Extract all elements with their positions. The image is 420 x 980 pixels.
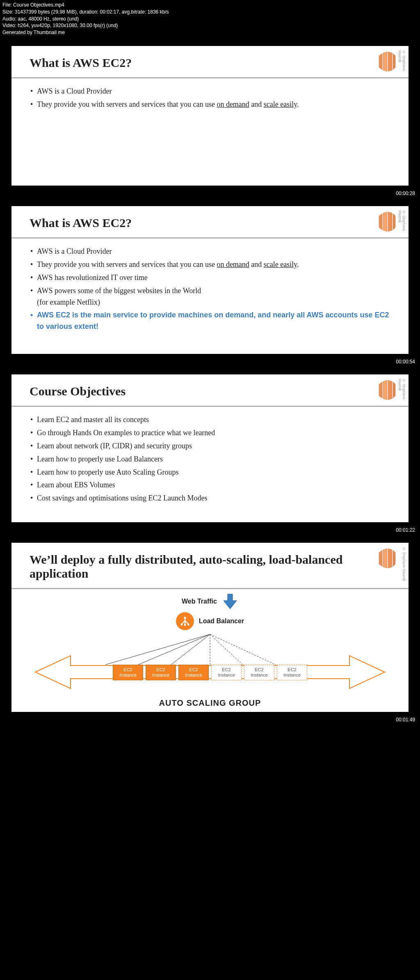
bullet-item: Learn EC2 and master all its concepts bbox=[30, 414, 390, 426]
instance-label-2: Instance bbox=[218, 672, 235, 678]
ec2-instance-box: EC2 Instance bbox=[113, 665, 143, 680]
meta-video: Video: h264, yuv420p, 1920x1080, 30.00 f… bbox=[2, 22, 418, 29]
copyright-text: © Stephane Maarek bbox=[398, 210, 406, 237]
svg-line-5 bbox=[210, 634, 276, 665]
copyright-text: © Stephane Maarek bbox=[398, 379, 406, 406]
slide-header: © Stephane Maarek What is AWS EC2? bbox=[11, 206, 409, 237]
slide: © Stephane Maarek What is AWS EC2? AWS i… bbox=[11, 46, 409, 186]
slide-header: © Stephane Maarek Course Objectives bbox=[11, 374, 409, 406]
slide-header: © Stephane Maarek We’ll deploy a fully d… bbox=[11, 543, 409, 588]
slide-title: What is AWS EC2? bbox=[30, 56, 368, 70]
svg-line-4 bbox=[210, 634, 243, 665]
slide: © Stephane Maarek What is AWS EC2? AWS i… bbox=[11, 206, 409, 354]
instance-label-2: Instance bbox=[119, 672, 137, 678]
meta-size: Size: 31437399 bytes (29.98 MiB), durati… bbox=[2, 9, 418, 16]
instance-label-2: Instance bbox=[283, 672, 301, 678]
bullet-item: AWS powers some of the biggest websites … bbox=[30, 285, 390, 308]
instance-label-1: EC2 bbox=[123, 667, 132, 672]
aws-ec2-icon bbox=[377, 52, 396, 71]
instance-label-1: EC2 bbox=[288, 667, 296, 672]
load-balancer-label: Load Balancer bbox=[199, 617, 244, 625]
timestamp: 00:00:54 bbox=[0, 357, 420, 366]
meta-file: File: Course Objectives.mp4 bbox=[2, 2, 418, 9]
slide-body: Learn EC2 and master all its conceptsGo … bbox=[11, 407, 409, 517]
web-traffic-row: Web Traffic bbox=[20, 593, 400, 610]
bullet-item: They provide you with servers and servic… bbox=[30, 259, 390, 271]
meta-generated: Generated by Thumbnail me bbox=[2, 29, 418, 36]
bullet-item: Learn about network (IP, CIDR) and secur… bbox=[30, 441, 390, 452]
asg-label: AUTO SCALING GROUP bbox=[20, 698, 400, 708]
timestamp: 00:00:28 bbox=[0, 189, 420, 198]
meta-audio: Audio: aac, 48000 Hz, stereo (und) bbox=[2, 16, 418, 23]
slide-body: AWS is a Cloud ProviderThey provide you … bbox=[11, 239, 409, 346]
instance-label-1: EC2 bbox=[222, 667, 231, 672]
slide-wrap: © Stephane Maarek We’ll deploy a fully d… bbox=[0, 535, 420, 715]
down-arrow-icon bbox=[222, 593, 238, 610]
slide-body: AWS is a Cloud ProviderThey provide you … bbox=[11, 78, 409, 124]
ec2-instance-box: EC2 Instance bbox=[178, 665, 209, 680]
web-traffic-label: Web Traffic bbox=[182, 598, 217, 605]
instance-label-2: Instance bbox=[152, 672, 169, 678]
ec2-instance-box: EC2 Instance bbox=[146, 665, 176, 680]
load-balancer-row: Load Balancer bbox=[20, 612, 400, 630]
bullet-item: Go through Hands On examples to practice… bbox=[30, 427, 390, 439]
copyright-text: © Stephane Maarek bbox=[398, 50, 406, 77]
bullet-list: AWS is a Cloud ProviderThey provide you … bbox=[30, 86, 390, 110]
bullet-item: AWS is a Cloud Provider bbox=[30, 86, 390, 97]
bullet-list: AWS is a Cloud ProviderThey provide you … bbox=[30, 246, 390, 333]
instance-label-2: Instance bbox=[251, 672, 268, 678]
bullet-item: AWS EC2 is the main service to provide m… bbox=[30, 310, 390, 333]
bullet-item: AWS has revolutionized IT over time bbox=[30, 272, 390, 284]
instance-label-2: Instance bbox=[185, 672, 202, 678]
bullet-item: Learn about EBS Volumes bbox=[30, 480, 390, 491]
svg-line-1 bbox=[138, 634, 210, 665]
bullet-item: Cost savings and optimisations using EC2… bbox=[30, 493, 390, 504]
slide-wrap: © Stephane Maarek Course Objectives Lear… bbox=[0, 366, 420, 526]
slide-wrap: © Stephane Maarek What is AWS EC2? AWS i… bbox=[0, 198, 420, 357]
load-balancer-icon bbox=[176, 612, 194, 630]
bullet-list: Learn EC2 and master all its conceptsGo … bbox=[30, 414, 390, 504]
slide-title: Course Objectives bbox=[30, 384, 368, 398]
ec2-instance-box: EC2 Instance bbox=[277, 665, 307, 680]
auto-scaling-row: EC2 Instance EC2 Instance EC2 Instance E… bbox=[20, 633, 400, 698]
instances-row: EC2 Instance EC2 Instance EC2 Instance E… bbox=[20, 665, 400, 680]
slide-title: What is AWS EC2? bbox=[30, 216, 368, 230]
bullet-item: Learn how to properly use Load Balancers bbox=[30, 454, 390, 465]
svg-line-2 bbox=[171, 634, 210, 665]
instance-label-1: EC2 bbox=[156, 667, 165, 672]
bullet-item: They provide you with servers and servic… bbox=[30, 99, 390, 110]
bullet-item: AWS is a Cloud Provider bbox=[30, 246, 390, 257]
file-metadata: File: Course Objectives.mp4 Size: 314373… bbox=[0, 0, 420, 38]
aws-ec2-icon bbox=[377, 380, 396, 400]
bullet-item: Learn how to properly use Auto Scaling G… bbox=[30, 467, 390, 478]
svg-line-0 bbox=[105, 634, 210, 665]
timestamp: 00:01:22 bbox=[0, 526, 420, 535]
ec2-instance-box: EC2 Instance bbox=[244, 665, 274, 680]
slide-title: We’ll deploy a fully distributed, auto-s… bbox=[30, 553, 368, 581]
slide-wrap: © Stephane Maarek What is AWS EC2? AWS i… bbox=[0, 38, 420, 189]
timestamp: 00:01:49 bbox=[0, 715, 420, 724]
slide: © Stephane Maarek We’ll deploy a fully d… bbox=[11, 543, 409, 712]
instance-label-1: EC2 bbox=[255, 667, 263, 672]
slide-header: © Stephane Maarek What is AWS EC2? bbox=[11, 46, 409, 77]
instance-label-1: EC2 bbox=[189, 667, 198, 672]
aws-ec2-icon bbox=[377, 212, 396, 232]
copyright-text: © Stephane Maarek bbox=[402, 547, 406, 581]
slide: © Stephane Maarek Course Objectives Lear… bbox=[11, 374, 409, 522]
ec2-instance-box: EC2 Instance bbox=[211, 665, 242, 680]
diagram-body: Web Traffic Load Balancer bbox=[11, 589, 409, 712]
aws-ec2-icon bbox=[377, 549, 396, 568]
